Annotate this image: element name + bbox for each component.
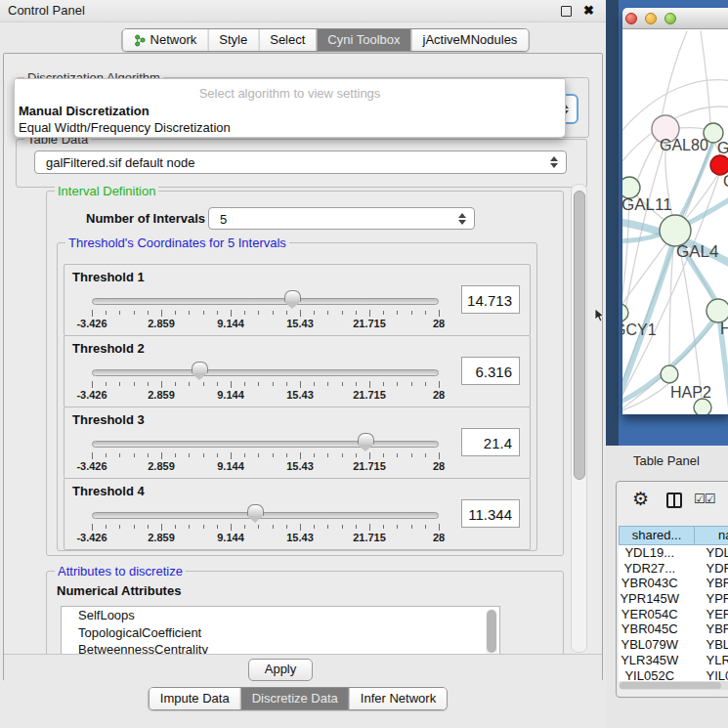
scale-tick-label: 9.144 bbox=[217, 532, 244, 543]
numerical-attributes-label: Numerical Attributes bbox=[57, 583, 181, 598]
network-node[interactable] bbox=[710, 155, 728, 175]
dropdown-option-manual-discretization[interactable]: Manual Discretization bbox=[19, 104, 150, 118]
slider-handle[interactable] bbox=[284, 290, 301, 302]
table-row[interactable]: YBR045CYBR0 bbox=[619, 621, 728, 637]
tab-network[interactable]: Network bbox=[123, 29, 208, 51]
tab-infer-network[interactable]: Infer Network bbox=[349, 688, 447, 709]
scale-tick-label: -3.426 bbox=[76, 532, 107, 543]
table-panel-bar: Table Panel bbox=[606, 446, 728, 477]
scale-tick-label: 21.715 bbox=[353, 460, 386, 472]
scale-tick-label: 15.43 bbox=[286, 318, 314, 329]
attributes-group-title: Attributes to discretize bbox=[55, 564, 186, 578]
node-label: C bbox=[723, 173, 728, 190]
column-header-name[interactable]: na bbox=[695, 526, 728, 545]
tab-network-label: Network bbox=[150, 29, 197, 51]
threshold-value-field[interactable]: 21.4 bbox=[461, 428, 520, 456]
table-row[interactable]: YIL052CYIL0 bbox=[619, 668, 728, 682]
scale-tick-label: -3.426 bbox=[76, 318, 107, 329]
scale-tick-label: -3.426 bbox=[76, 389, 107, 401]
table-row[interactable]: YBR043CYBR0 bbox=[619, 576, 728, 591]
table-row[interactable]: YPR145WYPR1 bbox=[619, 591, 728, 607]
numerical-attributes-list[interactable]: SelfLoops TopologicalCoefficient Between… bbox=[61, 606, 500, 654]
table-header: shared... na bbox=[619, 526, 728, 545]
scale-tick-label: 9.144 bbox=[217, 389, 244, 401]
bottom-tab-strip: Impute Data Discretize Data Infer Networ… bbox=[149, 687, 448, 710]
column-header-shared[interactable]: shared... bbox=[619, 526, 695, 545]
network-node[interactable] bbox=[694, 399, 711, 414]
table-panel-window: ⚙ ☑☑ shared... na YDL19...YDL1 YDR27...Y… bbox=[616, 481, 728, 698]
top-tab-strip: Network Style Select Cyni Toolbox jActiv… bbox=[122, 28, 530, 52]
apply-bar: Apply bbox=[4, 654, 602, 682]
list-item[interactable]: SelfLoops bbox=[62, 607, 499, 624]
thresholds-group-title: Threshold's Coordinates for 5 Intervals bbox=[65, 236, 289, 250]
list-scrollbar[interactable] bbox=[486, 609, 497, 654]
close-icon[interactable]: ✖ bbox=[583, 0, 594, 21]
scale-tick-label: 15.43 bbox=[286, 389, 314, 401]
threshold-label: Threshold 2 bbox=[72, 341, 145, 356]
slider-track[interactable] bbox=[92, 369, 439, 376]
scale-tick-label: 28 bbox=[433, 318, 445, 329]
node-label: HAP2 bbox=[670, 384, 711, 401]
tab-jactivemnodules[interactable]: jActiveMNodules bbox=[411, 29, 529, 51]
zoom-traffic-light[interactable] bbox=[664, 13, 676, 24]
threshold-value-field[interactable]: 14.713 bbox=[461, 285, 520, 314]
table-row[interactable]: YDL19...YDL1 bbox=[619, 545, 728, 561]
threshold-value-field[interactable]: 11.344 bbox=[461, 499, 520, 528]
network-node[interactable] bbox=[622, 304, 628, 321]
network-canvas[interactable]: GAL80GACGAL11GAL4GCY1HHAP2 bbox=[622, 29, 728, 414]
table-row[interactable]: YER054CYER0 bbox=[619, 607, 728, 622]
list-item[interactable]: BetweennessCentrality bbox=[62, 641, 499, 654]
scale-tick-label: 2.859 bbox=[148, 460, 175, 472]
close-traffic-light[interactable] bbox=[625, 13, 637, 24]
mouse-cursor bbox=[594, 308, 606, 323]
slider-track[interactable] bbox=[92, 441, 439, 448]
tab-cyni-toolbox[interactable]: Cyni Toolbox bbox=[316, 29, 410, 51]
table-data-combobox[interactable]: galFiltered.sif default node bbox=[34, 150, 567, 174]
scale-tick-label: 21.715 bbox=[353, 318, 386, 329]
slider-handle[interactable] bbox=[247, 504, 264, 516]
network-window-titlebar[interactable] bbox=[622, 8, 728, 29]
control-panel: Control Panel ✖ Network Style Select Cyn… bbox=[0, 0, 606, 728]
thresholds-group: Threshold's Coordinates for 5 Intervals … bbox=[57, 242, 537, 551]
tab-discretize-data[interactable]: Discretize Data bbox=[240, 688, 349, 709]
number-of-intervals-combobox[interactable]: 5 bbox=[208, 207, 475, 230]
scale-tick-label: -3.426 bbox=[76, 460, 107, 472]
number-of-intervals-label: Number of Intervals bbox=[86, 211, 205, 226]
combo-arrows-icon bbox=[458, 213, 466, 225]
dropdown-option-equal-width-frequency[interactable]: Equal Width/Frequency Discretization bbox=[19, 120, 231, 135]
table-row[interactable]: YBL079WYBL0 bbox=[619, 637, 728, 653]
minimize-traffic-light[interactable] bbox=[645, 13, 657, 24]
settings-scrollbar[interactable] bbox=[571, 184, 587, 653]
node-label: GAL11 bbox=[622, 195, 672, 214]
columns-icon[interactable] bbox=[666, 492, 682, 508]
table-row[interactable]: YLR345WYLR3 bbox=[619, 653, 728, 668]
float-window-icon[interactable] bbox=[561, 6, 572, 17]
gear-icon[interactable]: ⚙ bbox=[632, 488, 649, 509]
slider-handle[interactable] bbox=[358, 433, 374, 445]
scale-tick-label: 9.144 bbox=[217, 318, 244, 329]
attributes-to-discretize-group: Attributes to discretize Numerical Attri… bbox=[46, 571, 564, 654]
tab-select[interactable]: Select bbox=[258, 29, 316, 51]
slider-track[interactable] bbox=[92, 298, 439, 305]
threshold-label: Threshold 3 bbox=[72, 412, 145, 427]
right-side: GAL80GACGAL11GAL4GCY1HHAP2 Table Panel ⚙… bbox=[606, 0, 728, 728]
scale-tick-label: 28 bbox=[433, 460, 445, 472]
node-label: GA bbox=[717, 140, 728, 156]
network-icon bbox=[134, 34, 147, 47]
scale-tick-label: 2.859 bbox=[148, 532, 175, 543]
network-node[interactable] bbox=[661, 365, 678, 383]
threshold-value-field[interactable]: 6.316 bbox=[461, 357, 520, 385]
list-item[interactable]: TopologicalCoefficient bbox=[62, 624, 499, 642]
tab-impute-data[interactable]: Impute Data bbox=[150, 688, 240, 709]
table-horizontal-scrollbar[interactable] bbox=[619, 681, 728, 690]
scale-tick-label: 21.715 bbox=[353, 389, 386, 401]
tab-style[interactable]: Style bbox=[207, 29, 258, 51]
network-node[interactable] bbox=[707, 299, 728, 322]
apply-button[interactable]: Apply bbox=[248, 659, 313, 681]
number-of-intervals-value: 5 bbox=[220, 211, 227, 226]
checkboxes-icon[interactable]: ☑☑ bbox=[694, 492, 714, 506]
control-panel-titlebar: Control Panel ✖ bbox=[0, 0, 606, 22]
slider-handle[interactable] bbox=[192, 362, 208, 373]
table-row[interactable]: YDR27...YDR2 bbox=[619, 561, 728, 577]
slider-track[interactable] bbox=[92, 512, 439, 519]
